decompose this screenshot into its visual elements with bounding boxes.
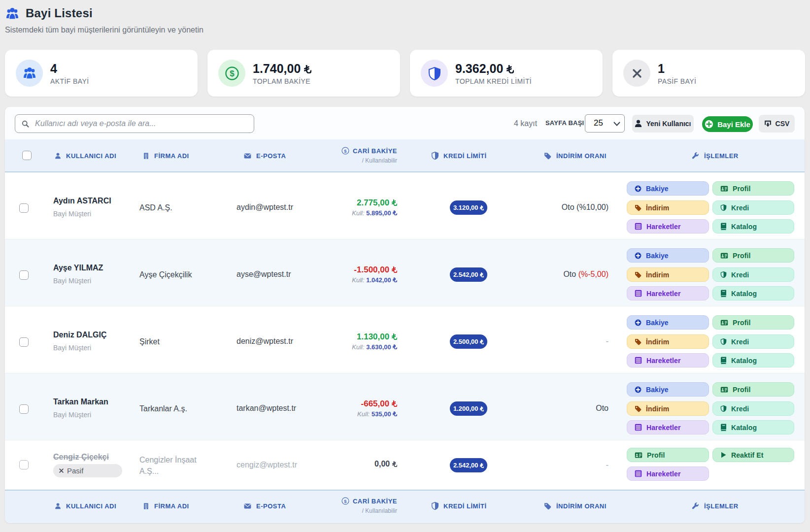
svg-text:$: $ [230,69,235,78]
svg-text:$: $ [344,499,347,504]
svg-text:$: $ [344,149,347,154]
